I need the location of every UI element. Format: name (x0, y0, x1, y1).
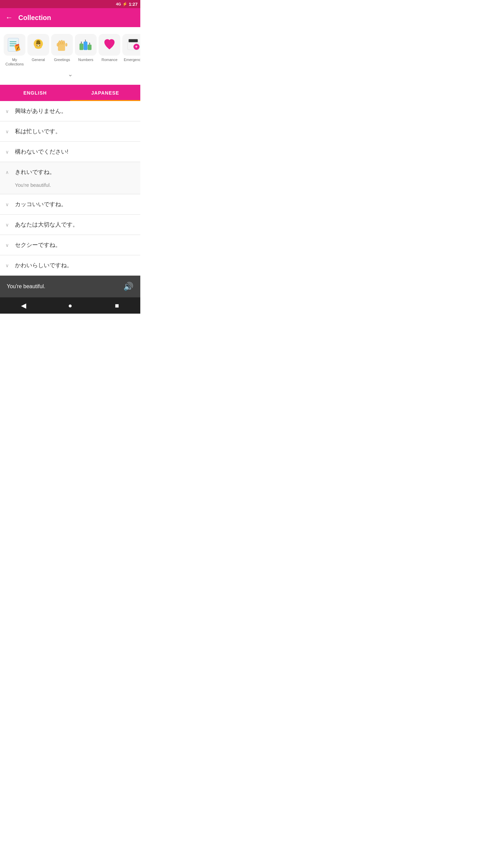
general-icon (27, 34, 49, 56)
svg-text:1: 1 (85, 39, 86, 42)
phrase-japanese-text: カッコいいですね。 (15, 200, 135, 208)
phrase-item: ∨あなたは大切な人です。 (0, 215, 140, 235)
phrase-item: ∧きれいですね。You're beautiful. (0, 162, 140, 194)
phrase-chevron-icon: ∧ (5, 170, 11, 175)
svg-rect-19 (57, 43, 59, 46)
phrase-row[interactable]: ∧きれいですね。 (0, 162, 140, 182)
categories-section: My Collections General Greetings 2 1 3 N… (0, 27, 140, 85)
phrase-row[interactable]: ∨興味がありません。 (0, 101, 140, 121)
phrase-item: ∨かわいらしいですね。 (0, 255, 140, 276)
svg-point-13 (40, 44, 41, 45)
phrase-japanese-text: セクシーですね。 (15, 241, 135, 249)
category-greetings[interactable]: Greetings (50, 33, 74, 68)
svg-rect-17 (61, 40, 63, 44)
general-label: General (32, 58, 45, 62)
home-nav-button[interactable]: ● (63, 299, 77, 312)
numbers-icon: 2 1 3 (75, 34, 97, 56)
phrase-japanese-text: 興味がありません。 (15, 107, 135, 115)
back-nav-button[interactable]: ◀ (17, 299, 30, 312)
phrase-item: ∨興味がありません。 (0, 101, 140, 121)
phrase-chevron-icon: ∨ (5, 108, 11, 114)
romance-label: Romance (101, 58, 117, 62)
svg-rect-16 (59, 41, 61, 44)
phrase-chevron-icon: ∨ (5, 222, 11, 228)
tab-japanese[interactable]: JAPANESE (70, 85, 140, 101)
svg-text:3: 3 (89, 42, 90, 45)
status-bar: 4G ⚡ 1:27 (0, 0, 140, 8)
categories-scroll: My Collections General Greetings 2 1 3 N… (0, 33, 140, 68)
phrase-english-text: You're beautiful. (0, 182, 140, 194)
phrase-japanese-text: かわいらしいですね。 (15, 261, 135, 269)
phrase-row[interactable]: ∨かわいらしいですね。 (0, 255, 140, 275)
phrase-japanese-text: 構わないでください! (15, 148, 135, 156)
nav-bar: ◀ ● ■ (0, 297, 140, 314)
romance-icon (99, 34, 120, 56)
category-numbers[interactable]: 2 1 3 Numbers (74, 33, 98, 68)
svg-point-12 (36, 44, 37, 45)
phrase-chevron-icon: ∨ (5, 129, 11, 134)
greetings-label: Greetings (54, 58, 70, 62)
my-collections-icon (4, 34, 25, 56)
phrase-item: ∨構わないでください! (0, 142, 140, 162)
category-romance[interactable]: Romance (98, 33, 121, 68)
signal-text: 4G (116, 2, 121, 6)
phrase-chevron-icon: ∨ (5, 263, 11, 268)
phrase-list: ∨興味がありません。∨私は忙しいです。∨構わないでください!∧きれいですね。Yo… (0, 101, 140, 276)
svg-rect-21 (80, 44, 83, 50)
phrase-japanese-text: あなたは大切な人です。 (15, 221, 135, 229)
category-my-collections[interactable]: My Collections (3, 33, 26, 68)
audio-bar: You're beautiful. 🔊 (0, 276, 140, 297)
phrase-japanese-text: 私は忙しいです。 (15, 127, 135, 135)
tab-bar: ENGLISH JAPANESE (0, 85, 140, 101)
phrase-chevron-icon: ∨ (5, 149, 11, 155)
back-button[interactable]: ← (5, 13, 13, 22)
phrase-row[interactable]: ∨カッコいいですね。 (0, 194, 140, 214)
svg-rect-28 (129, 39, 138, 42)
status-icons: 4G ⚡ 1:27 (116, 2, 138, 7)
svg-text:+: + (135, 44, 138, 49)
svg-point-10 (36, 43, 37, 44)
category-emergency[interactable]: + Emergency (121, 33, 140, 68)
svg-rect-23 (88, 45, 92, 50)
tab-english[interactable]: ENGLISH (0, 85, 70, 101)
time-text: 1:27 (129, 2, 138, 7)
header: ← Collection (0, 8, 140, 27)
category-general[interactable]: General (26, 33, 50, 68)
recent-nav-button[interactable]: ■ (110, 299, 124, 312)
phrase-item: ∨私は忙しいです。 (0, 121, 140, 142)
phrase-row[interactable]: ∨あなたは大切な人です。 (0, 215, 140, 235)
speaker-icon[interactable]: 🔊 (123, 282, 134, 291)
audio-text: You're beautiful. (7, 283, 45, 290)
phrase-item: ∨カッコいいですね。 (0, 194, 140, 215)
svg-rect-20 (66, 43, 67, 46)
emergency-label: Emergency (124, 58, 140, 62)
greetings-icon (51, 34, 73, 56)
emergency-icon: + (122, 34, 140, 56)
phrase-row[interactable]: ∨セクシーですね。 (0, 235, 140, 255)
expand-arrow[interactable]: ⌄ (0, 68, 140, 82)
phrase-item: ∨セクシーですね。 (0, 235, 140, 255)
svg-rect-18 (63, 41, 65, 44)
header-title: Collection (18, 14, 51, 22)
battery-icon: ⚡ (122, 2, 127, 6)
my-collections-label: My Collections (5, 58, 24, 66)
svg-text:2: 2 (81, 41, 82, 44)
phrase-chevron-icon: ∨ (5, 202, 11, 207)
svg-point-11 (39, 43, 40, 44)
phrase-row[interactable]: ∨私は忙しいです。 (0, 121, 140, 141)
svg-rect-22 (84, 42, 87, 50)
phrase-row[interactable]: ∨構わないでください! (0, 142, 140, 162)
phrase-japanese-text: きれいですね。 (15, 168, 135, 176)
phrase-chevron-icon: ∨ (5, 242, 11, 248)
svg-rect-14 (38, 45, 39, 46)
numbers-label: Numbers (78, 58, 94, 62)
